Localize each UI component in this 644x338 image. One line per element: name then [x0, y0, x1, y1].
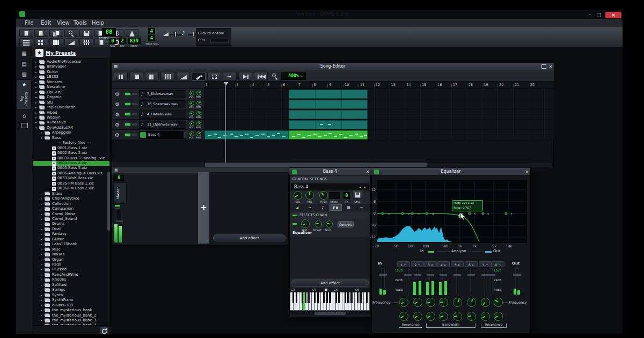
- tree-item-label[interactable]: Drums: [52, 222, 109, 226]
- tree-item-label[interactable]: Kicker: [47, 70, 109, 75]
- sidebar-scrollbar[interactable]: [107, 172, 110, 231]
- rewind-button[interactable]: [254, 72, 268, 80]
- sample-pattern-segment[interactable]: [289, 100, 368, 109]
- tree-expander-icon[interactable]: ▸: [41, 288, 45, 292]
- new-fx-channel-button[interactable]: +: [198, 172, 209, 244]
- stop-button[interactable]: [129, 72, 143, 80]
- sample-pattern-segment[interactable]: [289, 110, 368, 119]
- tree-item-label[interactable]: LB302: [47, 75, 109, 79]
- tab-presets[interactable]: ▧: [20, 70, 28, 79]
- toggle-automation-editor-button[interactable]: [64, 38, 78, 46]
- eq-band-fader-track[interactable]: [484, 268, 486, 295]
- add-bb-track-button[interactable]: [145, 72, 159, 80]
- tree-item-label[interactable]: olivers-100: [52, 303, 109, 308]
- tree-expander-icon[interactable]: ▸: [35, 120, 39, 125]
- track-pan-knob[interactable]: [196, 101, 201, 106]
- track-solo-led[interactable]: [132, 93, 137, 95]
- open-recent-button[interactable]: [49, 29, 63, 37]
- piano-black-key[interactable]: [326, 292, 328, 303]
- tree-item-label[interactable]: Nescaline: [47, 85, 109, 90]
- tree-expander-icon[interactable]: ▸: [41, 232, 45, 237]
- tab-func[interactable]: ♪: [317, 204, 329, 211]
- tab-home[interactable]: ⌂: [20, 112, 28, 120]
- tree-expander-icon[interactable]: ▸: [35, 115, 39, 120]
- eq-band-fader-handle[interactable]: [467, 274, 475, 276]
- open-project-button[interactable]: ▾: [34, 29, 48, 37]
- eq-band-7-button[interactable]: 7 ⌐: [479, 261, 492, 267]
- tree-expander-icon[interactable]: ▸: [41, 222, 45, 226]
- master-solo-led[interactable]: [115, 208, 120, 209]
- tree-expander-icon[interactable]: ▸: [41, 283, 45, 288]
- tab-fx[interactable]: FX: [330, 204, 342, 211]
- track-gear-icon[interactable]: ⚙: [114, 91, 121, 98]
- playhead-marker[interactable]: [224, 82, 228, 86]
- timesig-numerator-display[interactable]: 4: [148, 28, 155, 34]
- tree-item-label[interactable]: ReedAndWind: [52, 273, 109, 277]
- tree-expander-icon[interactable]: ▸: [35, 60, 39, 64]
- toggle-bb-editor-button[interactable]: [34, 38, 48, 46]
- track-pan-knob[interactable]: [196, 131, 201, 136]
- tab-env-lfo[interactable]: ≈: [304, 204, 316, 211]
- track-pan-knob[interactable]: [196, 121, 201, 126]
- tree-expander-icon[interactable]: ▸: [41, 293, 45, 298]
- tree-expander-icon[interactable]: ▾: [35, 126, 39, 130]
- piano-black-key[interactable]: [308, 292, 309, 303]
- add-sample-track-button[interactable]: [160, 72, 174, 80]
- song-editor-close-icon[interactable]: ×: [547, 63, 554, 70]
- tree-expander-icon[interactable]: ▸: [41, 227, 45, 232]
- eq-band-fader-track[interactable]: [407, 268, 409, 295]
- eq-band-8-button[interactable]: 8 ¬: [492, 261, 504, 267]
- instrument-add-effect-button[interactable]: Add effect: [291, 280, 369, 286]
- eq-band-4-button[interactable]: 4 ∧: [437, 261, 450, 267]
- tree-item-label[interactable]: ZynAddSubFX: [47, 126, 109, 130]
- eq-band-resonance-knob[interactable]: [426, 312, 435, 321]
- eq-band-resonance-knob[interactable]: [413, 312, 422, 321]
- eq-band-5-button[interactable]: 5 ∧: [451, 261, 464, 267]
- eq-band-resonance-knob[interactable]: [494, 312, 503, 321]
- toggle-fx-mixer-button[interactable]: [79, 38, 93, 46]
- tree-expander-icon[interactable]: ▸: [35, 80, 39, 85]
- tree-item-label[interactable]: Strings: [52, 288, 109, 292]
- eq-band-6-button[interactable]: 6 ∧: [465, 261, 478, 267]
- tree-expander-icon[interactable]: ▸: [41, 318, 45, 323]
- master-volume-handle[interactable]: [174, 32, 177, 37]
- eq-band-1-button[interactable]: 1 ⌐: [397, 261, 410, 267]
- piano-black-key[interactable]: [314, 292, 316, 303]
- piano-black-key[interactable]: [317, 292, 319, 303]
- tree-expander-icon[interactable]: ▸: [41, 192, 45, 196]
- tree-expander-icon[interactable]: ▸: [41, 207, 45, 211]
- track-gear-icon[interactable]: ⚙: [114, 111, 121, 118]
- tree-expander-icon[interactable]: ▸: [35, 111, 39, 115]
- tree-item-label[interactable]: the_mysterious_bank_3: [52, 318, 109, 323]
- piano-black-key[interactable]: [338, 292, 340, 303]
- tree-expander-icon[interactable]: ▸: [41, 258, 45, 262]
- track-gear-icon[interactable]: ⚙: [114, 131, 121, 138]
- save-preset-button[interactable]: [353, 190, 362, 199]
- tree-expander-icon[interactable]: ▸: [41, 313, 45, 318]
- tree-expander-icon[interactable]: ▸: [41, 237, 45, 242]
- tree-item-label[interactable]: Watsyn: [47, 115, 109, 120]
- track-volume-knob[interactable]: [189, 91, 194, 95]
- tree-expander-icon[interactable]: ▸: [35, 105, 39, 110]
- new-project-button[interactable]: [19, 29, 33, 37]
- track-volume-knob[interactable]: [189, 111, 194, 116]
- mixer-add-effect-button[interactable]: Add effect: [213, 234, 286, 241]
- song-editor-maximize-icon[interactable]: [541, 64, 546, 69]
- eq-band-fader-handle[interactable]: [427, 274, 434, 276]
- cpu-enable-hint[interactable]: Click to enable: [198, 31, 230, 36]
- prev-instrument-arrow[interactable]: ◂: [359, 185, 363, 190]
- eq-band-resonance-knob[interactable]: [453, 312, 462, 321]
- tree-item-label[interactable]: Plucked: [52, 267, 109, 272]
- tree-item-label[interactable]: Monstro: [47, 80, 109, 85]
- tree-item-label[interactable]: Brass: [52, 192, 109, 196]
- menu-item-tools[interactable]: Tools: [74, 19, 89, 27]
- tree-item-label[interactable]: Arpeggios: [52, 130, 109, 135]
- track-gear-icon[interactable]: ⚙: [114, 101, 121, 108]
- tree-expander-icon[interactable]: ▸: [41, 247, 45, 252]
- eq-band-fader-handle[interactable]: [488, 274, 495, 276]
- effect-controls-button[interactable]: Controls: [338, 221, 354, 227]
- tree-item-label[interactable]: SynthPiano: [52, 298, 109, 303]
- tree-item-label[interactable]: Vibed: [47, 111, 109, 115]
- save-project-button[interactable]: [79, 29, 93, 37]
- song-editor-hscrollbar-handle[interactable]: [205, 163, 427, 167]
